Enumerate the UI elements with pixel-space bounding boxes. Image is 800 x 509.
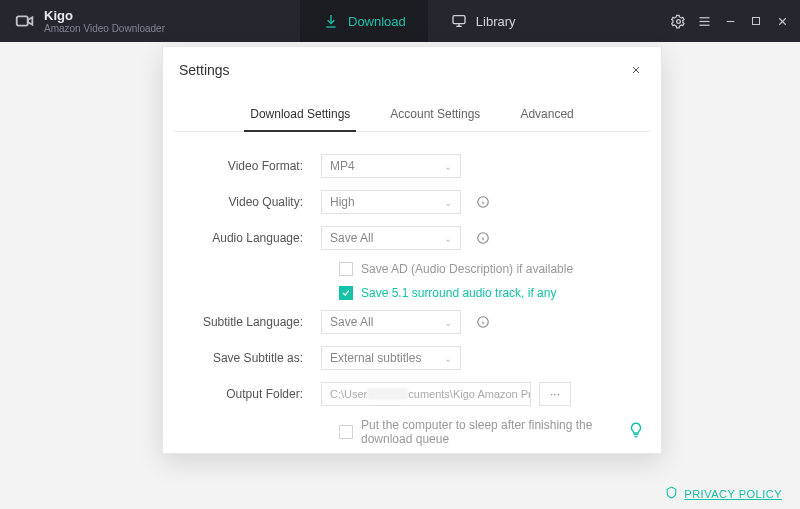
row-video-format: Video Format: MP4 ⌄	[181, 154, 643, 178]
label-save-subtitle-as: Save Subtitle as:	[181, 351, 321, 365]
footer: PRIVACY POLICY	[665, 486, 782, 501]
output-folder-redacted: xxxxxx	[367, 388, 408, 400]
label-video-format: Video Format:	[181, 159, 321, 173]
tab-download[interactable]: Download	[300, 0, 428, 42]
row-output-folder: Output Folder: C:\User xxxxxx cuments\Ki…	[181, 382, 643, 406]
checkbox-icon[interactable]	[339, 425, 353, 439]
modal-header: Settings	[163, 47, 661, 87]
window-controls	[666, 0, 794, 42]
checkbox-save-51-label: Save 5.1 surround audio track, if any	[361, 286, 556, 300]
top-tabs: Download Library	[300, 0, 538, 42]
settings-form: Video Format: MP4 ⌄ Video Quality: High …	[163, 132, 661, 466]
output-folder-prefix: C:\User	[330, 388, 367, 400]
checkbox-icon[interactable]	[339, 262, 353, 276]
close-window-icon[interactable]	[770, 9, 794, 33]
chevron-down-icon: ⌄	[444, 197, 452, 208]
chevron-down-icon: ⌄	[444, 317, 452, 328]
label-audio-language: Audio Language:	[181, 231, 321, 245]
row-subtitle-language: Subtitle Language: Save All ⌄	[181, 310, 643, 334]
select-audio-language-value: Save All	[330, 231, 373, 245]
checkbox-save-ad-label: Save AD (Audio Description) if available	[361, 262, 573, 276]
svg-rect-0	[17, 16, 28, 25]
select-save-subtitle-as-value: External subtitles	[330, 351, 421, 365]
settings-modal: Settings Download Settings Account Setti…	[162, 46, 662, 454]
checkbox-sleep[interactable]: Put the computer to sleep after finishin…	[339, 418, 643, 446]
select-video-quality[interactable]: High ⌄	[321, 190, 461, 214]
row-video-quality: Video Quality: High ⌄	[181, 190, 643, 214]
brand-name: Kigo	[44, 9, 165, 22]
brand: Kigo Amazon Video Downloader	[0, 9, 165, 34]
info-icon[interactable]	[475, 230, 491, 246]
tab-library-label: Library	[476, 14, 516, 29]
select-subtitle-language-value: Save All	[330, 315, 373, 329]
label-video-quality: Video Quality:	[181, 195, 321, 209]
monitor-icon	[450, 12, 468, 30]
svg-rect-3	[753, 18, 760, 25]
select-subtitle-language[interactable]: Save All ⌄	[321, 310, 461, 334]
gear-icon[interactable]	[666, 9, 690, 33]
download-icon	[322, 12, 340, 30]
brand-text: Kigo Amazon Video Downloader	[44, 9, 165, 34]
tab-library[interactable]: Library	[428, 0, 538, 42]
select-save-subtitle-as[interactable]: External subtitles ⌄	[321, 346, 461, 370]
modal-tabs: Download Settings Account Settings Advan…	[173, 99, 651, 132]
privacy-policy-link[interactable]: PRIVACY POLICY	[684, 488, 782, 500]
browse-button[interactable]: ···	[539, 382, 571, 406]
titlebar: Kigo Amazon Video Downloader Download Li…	[0, 0, 800, 42]
chevron-down-icon: ⌄	[444, 161, 452, 172]
output-folder-suffix: cuments\Kigo Amazon Prin	[408, 388, 531, 400]
lightbulb-icon[interactable]	[625, 419, 647, 441]
modal-title: Settings	[179, 62, 230, 78]
select-video-quality-value: High	[330, 195, 355, 209]
checkbox-save-ad[interactable]: Save AD (Audio Description) if available	[339, 262, 643, 276]
tab-advanced[interactable]: Advanced	[514, 99, 579, 131]
chevron-down-icon: ⌄	[444, 233, 452, 244]
tab-account-settings[interactable]: Account Settings	[384, 99, 486, 131]
checkbox-sleep-label: Put the computer to sleep after finishin…	[361, 418, 643, 446]
menu-icon[interactable]	[692, 9, 716, 33]
row-save-subtitle-as: Save Subtitle as: External subtitles ⌄	[181, 346, 643, 370]
svg-point-2	[676, 19, 680, 23]
minimize-icon[interactable]	[718, 9, 742, 33]
checkbox-save-51[interactable]: Save 5.1 surround audio track, if any	[339, 286, 643, 300]
checkbox-icon[interactable]	[339, 286, 353, 300]
select-audio-language[interactable]: Save All ⌄	[321, 226, 461, 250]
svg-rect-1	[453, 16, 465, 24]
output-folder-path[interactable]: C:\User xxxxxx cuments\Kigo Amazon Prin	[321, 382, 531, 406]
label-output-folder: Output Folder:	[181, 387, 321, 401]
info-icon[interactable]	[475, 194, 491, 210]
tab-download-label: Download	[348, 14, 406, 29]
select-video-format-value: MP4	[330, 159, 355, 173]
close-icon[interactable]	[627, 61, 645, 79]
row-audio-language: Audio Language: Save All ⌄	[181, 226, 643, 250]
brand-subtitle: Amazon Video Downloader	[44, 24, 165, 34]
camera-icon	[14, 10, 36, 32]
shield-icon	[665, 486, 678, 501]
maximize-icon[interactable]	[744, 9, 768, 33]
label-subtitle-language: Subtitle Language:	[181, 315, 321, 329]
chevron-down-icon: ⌄	[444, 353, 452, 364]
select-video-format[interactable]: MP4 ⌄	[321, 154, 461, 178]
info-icon[interactable]	[475, 314, 491, 330]
tab-download-settings[interactable]: Download Settings	[244, 99, 356, 131]
